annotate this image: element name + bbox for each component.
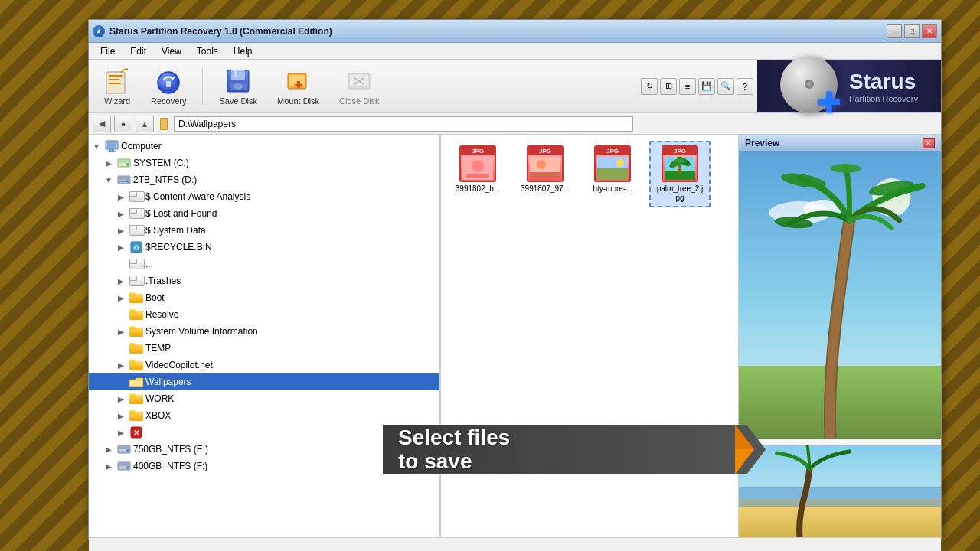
folder-sysvolinfo-icon [129,324,143,338]
svg-point-12 [234,83,243,90]
maximize-button[interactable]: □ [904,24,920,38]
tree-toggle-boot[interactable]: ▶ [115,292,127,304]
toolbar-right-icons: ↻ ⊞ ≡ 💾 🔍 ? [641,78,753,95]
menu-edit[interactable]: Edit [122,44,154,58]
minimize-button[interactable]: ─ [887,24,902,38]
menu-tools[interactable]: Tools [189,44,226,58]
tree-label-trashes: .Trashes [145,276,181,286]
close-disk-button[interactable]: Close Disk [332,64,387,109]
tree-item-temp[interactable]: ▶ TEMP [89,340,440,357]
tree-item-work[interactable]: ▶ WORK [89,390,440,407]
tree-label-work: WORK [145,393,174,404]
save-button[interactable]: 💾 [698,78,715,95]
tree-item-lost-found[interactable]: ▶ $ Lost and Found [89,205,440,222]
tree-toggle-400gb[interactable]: ▶ [103,460,115,472]
file-item-2[interactable]: 3991807_97... [514,141,576,207]
save-disk-button[interactable]: Save Disk [212,64,264,109]
svg-rect-70 [739,487,941,507]
tree-item-boot[interactable]: ▶ Boot [89,289,440,306]
wizard-button[interactable]: Wizard [96,64,138,109]
disk-c-icon [117,156,131,170]
tree-item-2tb[interactable]: ▼ 2TB_NTFS (D:) [89,171,440,188]
search-button[interactable]: 🔍 [717,78,734,95]
tree-item-resolve[interactable]: ▶ Resolve [89,306,440,323]
svg-point-45 [472,160,484,172]
file-item-4[interactable]: palm_tree_2.j pg [649,141,710,207]
tree-item-system-c[interactable]: ▶ SYSTEM (C:) [89,155,440,171]
title-bar-left: ★ Starus Partition Recovery 1.0 (Commerc… [93,25,332,37]
tree-label-system-data: $ System Data [145,225,206,236]
tree-toggle-computer[interactable]: ▼ [90,140,103,152]
file-thumb-2 [528,155,562,181]
folder-work-icon [129,392,143,406]
svg-text:✕: ✕ [133,429,139,437]
red-x-folder-icon: ✕ [129,425,143,439]
tree-toggle-xbox[interactable]: ▶ [115,409,127,422]
recovery-button[interactable]: Recovery [144,64,193,109]
tree-label-wallpapers: Wallpapers [145,377,191,387]
svg-rect-9 [231,70,245,80]
tree-item-system-data[interactable]: ▶ $ System Data [89,222,440,239]
forward-button[interactable]: ▲ [136,116,154,132]
svg-point-30 [126,180,129,183]
file-item-3[interactable]: hty-more-... [582,141,643,207]
svg-point-67 [831,164,861,173]
preview-image-bottom [739,445,941,537]
preview-close-button[interactable]: ✕ [923,138,935,148]
tree-item-ellipsis[interactable]: ▶ ... [89,256,440,272]
svg-point-27 [126,163,129,166]
back-button[interactable]: ◀ [93,116,111,132]
tree-toggle-work[interactable]: ▶ [115,393,127,405]
tree-item-content-aware[interactable]: ▶ $ Content-Aware Analysis [89,188,440,205]
tree-toggle-videocopilot[interactable]: ▶ [115,359,127,371]
tree-toggle-2tb[interactable]: ▼ [103,174,115,186]
menu-view[interactable]: View [154,44,189,58]
file-item-1[interactable]: 3991802_b... [447,141,508,207]
wizard-label: Wizard [104,96,130,106]
tree-toggle-sysvolinfo[interactable]: ▶ [115,325,127,337]
file-icon-1 [459,145,496,182]
tree-item-wallpapers[interactable]: ▶ Wallpapers [89,373,440,390]
svg-rect-16 [297,81,300,87]
svg-rect-22 [107,142,116,148]
file-label-4: palm_tree_2.j pg [654,184,706,203]
tree-toggle-unknown-red[interactable]: ▶ [115,426,127,439]
refresh-button[interactable]: ↻ [641,78,658,95]
tree-toggle-750gb[interactable]: ▶ [103,443,115,455]
tree-item-videocopilot[interactable]: ▶ VideoCopilot.net [89,357,440,373]
tree-scroll[interactable]: ▼ Computer ▶ [89,135,440,537]
tree-toggle-content-aware[interactable]: ▶ [115,191,127,203]
folder-boot-icon [129,291,143,305]
starus-disk: ✚ [780,56,841,117]
tree-item-trashes[interactable]: ▶ .Trashes [89,272,440,289]
preview-header: Preview ✕ [739,135,941,152]
view-button[interactable]: ≡ [679,78,696,95]
tree-label-ellipsis: ... [145,259,153,269]
select-files-text: Select files to save [398,426,510,474]
tree-item-computer[interactable]: ▼ Computer [89,138,440,155]
recycle-bin-icon: ♻ [129,240,143,254]
tree-label-resolve: Resolve [145,309,178,320]
tree-item-recycle-bin[interactable]: ▶ ♻ $RECYCLE.BIN [89,239,440,256]
select-files-overlay: Select files to save [383,425,766,474]
tree-toggle-trashes[interactable]: ▶ [115,275,127,287]
tree-toggle-recycle-bin[interactable]: ▶ [115,241,127,253]
address-input[interactable] [174,116,633,132]
tree-toggle-lost-found[interactable]: ▶ [115,207,127,220]
help-button[interactable]: ? [737,78,753,95]
menu-file[interactable]: File [93,44,122,58]
file-label-1: 3991802_b... [456,184,500,194]
folder-ellipsis-icon [129,257,143,271]
close-button[interactable]: ✕ [922,24,937,38]
menu-help[interactable]: Help [226,44,260,58]
tree-item-xbox[interactable]: ▶ XBOX [89,407,440,424]
filter-button[interactable]: ⊞ [660,78,677,95]
app-icon: ★ [93,25,105,37]
svg-rect-7 [166,81,171,87]
tree-toggle-system-c[interactable]: ▶ [103,157,115,169]
folder-content-aware-icon [129,190,143,204]
mount-disk-button[interactable]: Mount Disk [270,64,326,109]
dropdown-button[interactable]: ● [114,116,132,132]
tree-item-sysvolinfo[interactable]: ▶ System Volume Information [89,323,440,340]
tree-toggle-system-data[interactable]: ▶ [115,224,127,236]
